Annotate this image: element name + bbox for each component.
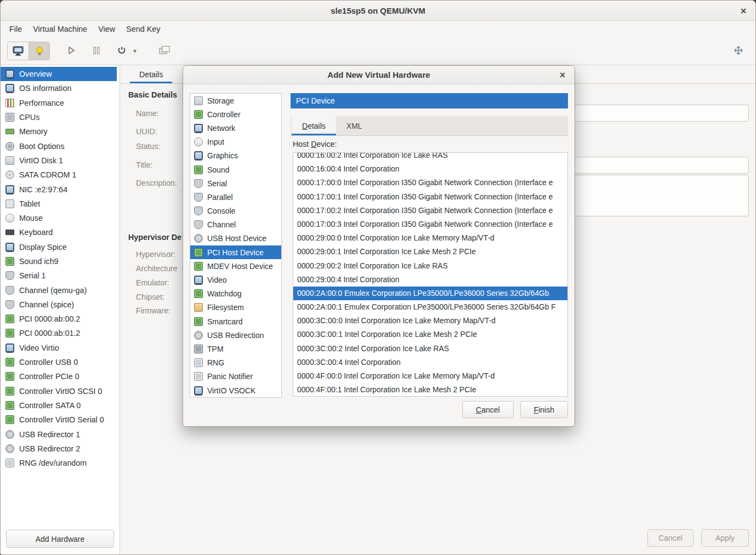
run-button[interactable] xyxy=(61,42,82,60)
plug-icon xyxy=(194,179,203,188)
hardware-type-tpm[interactable]: TPM xyxy=(190,342,281,356)
pci-device-row[interactable]: 0000:17:00:0 Intel Corporation I350 Giga… xyxy=(293,176,567,190)
sidebar-item-controller-pcie-0[interactable]: Controller PCIe 0 xyxy=(1,369,117,384)
pci-device-row[interactable]: 0000:4F:00:0 Intel Corporation Ice Lake … xyxy=(293,369,567,383)
hardware-type-label: Panic Notifier xyxy=(207,372,253,381)
pcb-icon xyxy=(5,314,14,323)
sidebar-item-display-spice[interactable]: Display Spice xyxy=(1,240,117,254)
hardware-type-mdev-host-device[interactable]: MDEV Host Device xyxy=(190,259,281,273)
hardware-type-watchdog[interactable]: Watchdog xyxy=(190,287,281,301)
sidebar-item-pci-0000-ab-01-2[interactable]: PCI 0000:ab:01.2 xyxy=(1,326,117,340)
hardware-type-serial[interactable]: Serial xyxy=(190,176,281,190)
sidebar-item-sound-ich9[interactable]: Sound ich9 xyxy=(1,254,117,268)
sidebar-item-channel-qemu-ga[interactable]: Channel (qemu-ga) xyxy=(1,283,117,297)
fullscreen-button[interactable] xyxy=(728,42,749,60)
hardware-type-storage[interactable]: Storage xyxy=(190,94,281,107)
show-console-button[interactable] xyxy=(8,42,29,60)
hardware-type-virtio-vsock[interactable]: VirtIO VSOCK xyxy=(190,384,281,397)
pci-device-row[interactable]: 0000:3C:00:1 Intel Corporation Ice Lake … xyxy=(293,328,567,341)
sidebar-item-channel-spice[interactable]: Channel (spice) xyxy=(1,297,117,312)
dialog-close-icon[interactable]: × xyxy=(556,68,569,82)
show-details-button[interactable] xyxy=(29,42,49,60)
hardware-type-console[interactable]: Console xyxy=(190,204,281,218)
snapshots-button[interactable] xyxy=(154,42,175,60)
hardware-type-sound[interactable]: Sound xyxy=(190,163,281,176)
main-tab-details[interactable]: Details xyxy=(130,65,172,83)
sidebar-item-boot-options[interactable]: Boot Options xyxy=(1,139,117,153)
sidebar-item-rng-dev-urandom[interactable]: RNG /dev/urandom xyxy=(1,456,117,470)
sidebar-item-performance[interactable]: Performance xyxy=(1,96,117,110)
dialog-actions: Cancel Finish xyxy=(462,401,568,418)
hardware-type-pci-host-device[interactable]: PCI Host Device xyxy=(190,245,281,259)
sidebar-item-nic-e2-97-64[interactable]: NIC :e2:97:64 xyxy=(1,182,117,196)
sidebar-item-os-information[interactable]: OS information xyxy=(1,81,117,95)
sidebar-item-overview[interactable]: Overview xyxy=(1,67,117,81)
hardware-type-rng[interactable]: RNG xyxy=(190,356,281,370)
sidebar-item-controller-sata-0[interactable]: Controller SATA 0 xyxy=(1,398,117,413)
shutdown-button[interactable] xyxy=(111,42,132,60)
hardware-type-network[interactable]: Network xyxy=(190,121,281,135)
mouse-icon xyxy=(5,214,14,222)
hardware-type-usb-host-device[interactable]: USB Host Device xyxy=(190,232,281,245)
sidebar-item-video-virtio[interactable]: Video Virtio xyxy=(1,341,117,355)
sidebar-item-tablet[interactable]: Tablet xyxy=(1,197,117,211)
dialog-finish-button[interactable]: Finish xyxy=(520,401,568,418)
sidebar-item-controller-virtio-serial-0[interactable]: Controller VirtIO Serial 0 xyxy=(1,413,117,427)
pci-device-row[interactable]: 0000:4F:00:1 Intel Corporation Ice Lake … xyxy=(293,383,567,397)
sidebar-item-keyboard[interactable]: Keyboard xyxy=(1,225,117,239)
hardware-type-smartcard[interactable]: Smartcard xyxy=(190,314,281,328)
dialog-cancel-button[interactable]: Cancel xyxy=(462,401,514,418)
pci-device-row[interactable]: 0000:29:00:2 Intel Corporation Ice Lake … xyxy=(293,259,567,273)
window-close-icon[interactable]: × xyxy=(737,4,750,18)
sidebar-item-sata-cdrom-1[interactable]: SATA CDROM 1 xyxy=(1,168,117,182)
hardware-type-video[interactable]: Video xyxy=(190,273,281,287)
pci-device-row[interactable]: 0000:2A:00:1 Emulex Corporation LPe35000… xyxy=(293,300,567,314)
sidebar-item-serial-1[interactable]: Serial 1 xyxy=(1,268,117,283)
add-hardware-button[interactable]: Add Hardware xyxy=(6,530,114,548)
pci-device-row[interactable]: 0000:16:00:4 Intel Corporation xyxy=(293,162,567,176)
sidebar-item-usb-redirector-1[interactable]: USB Redirector 1 xyxy=(1,427,117,441)
dialog-tab-details[interactable]: Details xyxy=(292,116,336,135)
hardware-type-channel[interactable]: Channel xyxy=(190,218,281,232)
dialog-tab-xml[interactable]: XML xyxy=(336,116,373,135)
hardware-type-controller[interactable]: Controller xyxy=(190,107,281,121)
pci-device-row[interactable]: 0000:29:00:4 Intel Corporation xyxy=(293,273,567,287)
sidebar-item-label: USB Redirector 1 xyxy=(19,430,80,439)
menu-view[interactable]: View xyxy=(93,22,121,36)
details-cancel-button[interactable]: Cancel xyxy=(647,529,694,547)
pci-device-row[interactable]: 0000:17:00:2 Intel Corporation I350 Giga… xyxy=(293,204,567,218)
hardware-type-usb-redirection[interactable]: USB Redirection xyxy=(190,328,281,342)
hardware-type-panic-notifier[interactable]: Panic Notifier xyxy=(190,370,281,384)
menu-file[interactable]: File xyxy=(4,22,27,36)
menu-virtual-machine[interactable]: Virtual Machine xyxy=(27,22,93,36)
sidebar-item-virtio-disk-1[interactable]: VirtIO Disk 1 xyxy=(1,153,117,168)
menu-send-key[interactable]: Send Key xyxy=(121,22,166,36)
window-title: sle15sp5 on QEMU/KVM xyxy=(331,6,425,15)
pci-device-row[interactable]: 0000:3C:00:4 Intel Corporation xyxy=(293,356,567,369)
field-label-name: Name: xyxy=(136,109,159,118)
sidebar-item-memory[interactable]: Memory xyxy=(1,124,117,139)
pci-device-row[interactable]: 0000:2A:00:0 Emulex Corporation LPe35000… xyxy=(293,287,567,300)
pause-button[interactable] xyxy=(86,42,107,60)
sidebar-item-usb-redirector-2[interactable]: USB Redirector 2 xyxy=(1,442,117,456)
shutdown-menu-button[interactable]: ▾ xyxy=(132,47,140,55)
pci-device-row[interactable]: 0000:3C:00:0 Intel Corporation Ice Lake … xyxy=(293,314,567,328)
pci-device-row[interactable]: 0000:3C:00:2 Intel Corporation Ice Lake … xyxy=(293,342,567,356)
hardware-type-input[interactable]: Input xyxy=(190,135,281,149)
pci-device-row[interactable]: 0000:29:00:1 Intel Corporation Ice Lake … xyxy=(293,245,567,259)
sidebar-item-mouse[interactable]: Mouse xyxy=(1,211,117,225)
pci-device-row[interactable]: 0000:17:00:3 Intel Corporation I350 Giga… xyxy=(293,218,567,231)
die-icon xyxy=(194,372,203,381)
pci-device-row[interactable]: 0000:17:00:1 Intel Corporation I350 Giga… xyxy=(293,190,567,204)
sidebar-item-controller-usb-0[interactable]: Controller USB 0 xyxy=(1,355,117,369)
sidebar-item-cpus[interactable]: CPUs xyxy=(1,110,117,124)
hardware-type-filesystem[interactable]: Filesystem xyxy=(190,301,281,314)
hardware-type-parallel[interactable]: Parallel xyxy=(190,190,281,204)
hardware-type-graphics[interactable]: Graphics xyxy=(190,149,281,163)
sidebar-item-controller-virtio-scsi-0[interactable]: Controller VirtIO SCSI 0 xyxy=(1,384,117,398)
pci-device-row[interactable]: 0000:29:00:0 Intel Corporation Ice Lake … xyxy=(293,231,567,245)
details-apply-button[interactable]: Apply xyxy=(701,529,749,547)
sidebar-item-pci-0000-ab-00-2[interactable]: PCI 0000:ab:00.2 xyxy=(1,312,117,326)
sidebar-list: OverviewOS informationPerformanceCPUsMem… xyxy=(1,67,117,470)
pci-device-row[interactable]: 0000:16:00:2 Intel Corporation Ice Lake … xyxy=(293,152,567,162)
